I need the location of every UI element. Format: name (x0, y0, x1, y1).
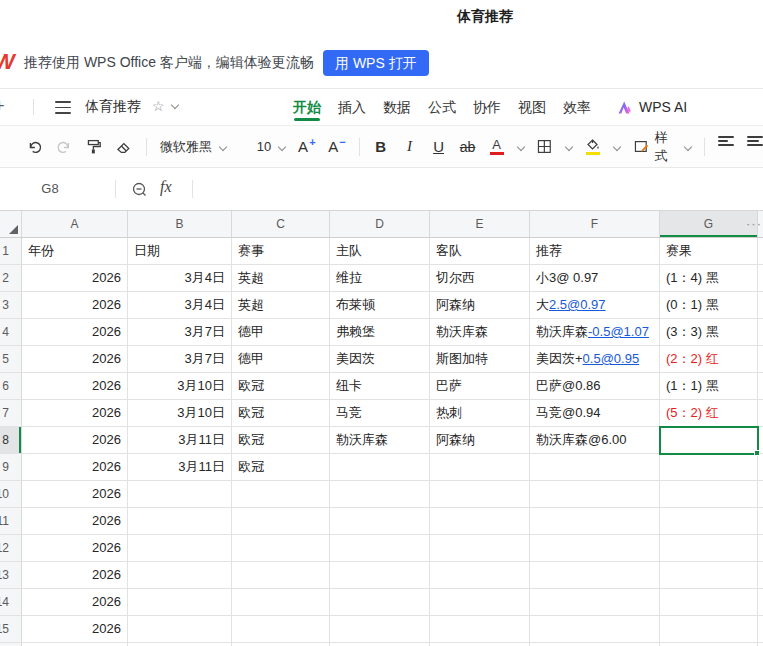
open-in-wps-button[interactable]: 用 WPS 打开 (323, 50, 429, 76)
col-header-F[interactable]: F (530, 211, 660, 238)
fill-color-chevron-icon[interactable] (613, 142, 621, 150)
row-header-6[interactable]: 6 (0, 373, 22, 400)
cell-B4[interactable]: 3月7日 (128, 319, 232, 346)
cell-A9[interactable]: 2026 (22, 454, 128, 481)
redo-button[interactable] (56, 134, 73, 160)
favorite-star-icon[interactable]: ☆ (152, 98, 165, 114)
cell-F12[interactable] (530, 535, 660, 562)
col-header-E[interactable]: E (430, 211, 530, 238)
align-center-button[interactable] (747, 134, 763, 160)
col-header-D[interactable]: D (330, 211, 430, 238)
name-box[interactable]: G8 (0, 168, 100, 210)
cell-E6[interactable]: 巴萨 (430, 373, 530, 400)
cell-D13[interactable] (330, 562, 430, 589)
cell-D3[interactable]: 布莱顿 (330, 292, 430, 319)
cell-A10[interactable]: 2026 (22, 481, 128, 508)
cell-B12[interactable] (128, 535, 232, 562)
cell-D1[interactable]: 主队 (330, 238, 430, 265)
bold-button[interactable]: B (373, 134, 389, 160)
row-header-15[interactable]: 15 (0, 616, 22, 643)
row-header-2[interactable]: 2 (0, 265, 22, 292)
cell-A4[interactable]: 2026 (22, 319, 128, 346)
cell-A6[interactable]: 2026 (22, 373, 128, 400)
cell-D8[interactable]: 勒沃库森 (330, 427, 430, 454)
cell-D15[interactable] (330, 616, 430, 643)
hamburger-menu-icon[interactable] (55, 101, 71, 118)
cell-G3[interactable]: (0：1) 黑 (660, 292, 758, 319)
cell-C5[interactable]: 德甲 (232, 346, 330, 373)
cell-styles-button[interactable]: 样式 (633, 129, 691, 165)
select-all-button[interactable] (0, 211, 22, 238)
tab-协作[interactable]: 协作 (473, 89, 501, 125)
cell-D10[interactable] (330, 481, 430, 508)
cell-G4[interactable]: (3：3) 黑 (660, 319, 758, 346)
col-header-A[interactable]: A (22, 211, 128, 238)
cell-E2[interactable]: 切尔西 (430, 265, 530, 292)
cell-A12[interactable]: 2026 (22, 535, 128, 562)
cell-B8[interactable]: 3月11日 (128, 427, 232, 454)
cell-D14[interactable] (330, 589, 430, 616)
cell-B3[interactable]: 3月4日 (128, 292, 232, 319)
row-header-5[interactable]: 5 (0, 346, 22, 373)
row-header-1[interactable]: 1 (0, 238, 22, 265)
cell-C3[interactable]: 英超 (232, 292, 330, 319)
cell-F9[interactable] (530, 454, 660, 481)
row-header-4[interactable]: 4 (0, 319, 22, 346)
cell-F10[interactable] (530, 481, 660, 508)
tab-效率[interactable]: 效率 (563, 89, 591, 125)
row-header-8[interactable]: 8 (0, 427, 22, 454)
row-header-13[interactable]: 13 (0, 562, 22, 589)
cell-B5[interactable]: 3月7日 (128, 346, 232, 373)
decrease-font-button[interactable]: A− (328, 134, 345, 160)
increase-font-button[interactable]: A+ (298, 134, 315, 160)
cell-G12[interactable] (660, 535, 758, 562)
insert-function-icon[interactable]: fx (160, 178, 172, 196)
cell-F6[interactable]: 巴萨@0.86 (530, 373, 660, 400)
cell-F11[interactable] (530, 508, 660, 535)
row-header-7[interactable]: 7 (0, 400, 22, 427)
cell-G11[interactable] (660, 508, 758, 535)
col-header-C[interactable]: C (232, 211, 330, 238)
cell-D2[interactable]: 维拉 (330, 265, 430, 292)
cell-G15[interactable] (660, 616, 758, 643)
cell-A14[interactable]: 2026 (22, 589, 128, 616)
font-name-select[interactable]: 微软雅黑 (160, 138, 244, 156)
cell-F13[interactable] (530, 562, 660, 589)
cell-E8[interactable]: 阿森纳 (430, 427, 530, 454)
cell-A1[interactable]: 年份 (22, 238, 128, 265)
hyperlink[interactable]: 2.5@0.97 (549, 297, 606, 312)
cell-A8[interactable]: 2026 (22, 427, 128, 454)
align-left-button[interactable] (718, 134, 734, 160)
tab-开始[interactable]: 开始 (293, 89, 321, 125)
cell-B1[interactable]: 日期 (128, 238, 232, 265)
cell-G6[interactable]: (1：1) 黑 (660, 373, 758, 400)
cell-F15[interactable] (530, 616, 660, 643)
cell-F2[interactable]: 小3@ 0.97 (530, 265, 660, 292)
cell-C11[interactable] (232, 508, 330, 535)
cell-D12[interactable] (330, 535, 430, 562)
undo-button[interactable] (26, 134, 43, 160)
row-header-3[interactable]: 3 (0, 292, 22, 319)
cell-C12[interactable] (232, 535, 330, 562)
cell-F4[interactable]: 勒沃库森-0.5@1.07 (530, 319, 660, 346)
formula-input[interactable] (205, 168, 763, 210)
cell-B11[interactable] (128, 508, 232, 535)
borders-chevron-icon[interactable] (565, 142, 573, 150)
cell-E5[interactable]: 斯图加特 (430, 346, 530, 373)
font-color-chevron-icon[interactable] (516, 142, 524, 150)
cell-B10[interactable] (128, 481, 232, 508)
italic-button[interactable]: I (402, 134, 418, 160)
format-painter-icon[interactable] (85, 134, 102, 160)
cell-A11[interactable]: 2026 (22, 508, 128, 535)
cell-B15[interactable] (128, 616, 232, 643)
cell-F1[interactable]: 推荐 (530, 238, 660, 265)
cell-A2[interactable]: 2026 (22, 265, 128, 292)
cell-A7[interactable]: 2026 (22, 400, 128, 427)
row-header-10[interactable]: 10 (0, 481, 22, 508)
cell-D6[interactable]: 纽卡 (330, 373, 430, 400)
col-header-G[interactable]: G (660, 211, 758, 238)
tab-插入[interactable]: 插入 (338, 89, 366, 125)
cell-F5[interactable]: 美因茨+0.5@0.95 (530, 346, 660, 373)
cell-E7[interactable]: 热刺 (430, 400, 530, 427)
cell-F14[interactable] (530, 589, 660, 616)
